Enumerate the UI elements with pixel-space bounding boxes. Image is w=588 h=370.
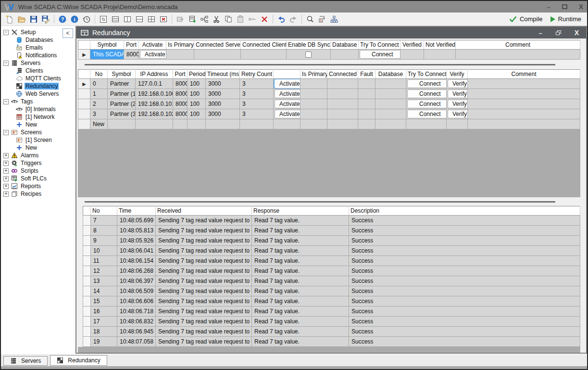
symbol-cell[interactable]: Partner xyxy=(108,79,136,89)
time-cell[interactable]: 10:48:05.699 xyxy=(117,216,156,226)
retry-count-cell[interactable]: 3 xyxy=(240,79,274,89)
new-row-cell[interactable]: New xyxy=(90,119,108,129)
verify-button[interactable]: Verify xyxy=(448,100,468,108)
sidebar-item-screen-1[interactable]: [1] Screen xyxy=(1,136,75,144)
runtime-button[interactable]: Runtime xyxy=(550,15,581,23)
retry-count-cell[interactable]: 3 xyxy=(240,109,274,119)
verify-button[interactable]: Verify xyxy=(448,79,468,88)
connect-button[interactable]: Connect xyxy=(407,110,447,118)
timeout-cell[interactable]: 3000 xyxy=(206,109,240,119)
connect-button[interactable]: Connect xyxy=(407,100,447,108)
expander-icon[interactable]: − xyxy=(3,130,9,135)
is-primary-cell[interactable] xyxy=(300,99,327,109)
connected-client-cell[interactable] xyxy=(241,50,287,60)
row-selector-cell[interactable] xyxy=(83,256,91,266)
activate-button[interactable]: Activate xyxy=(275,110,300,118)
open-folder-button[interactable] xyxy=(16,13,27,25)
connected-cell[interactable] xyxy=(327,79,358,89)
connected-cell[interactable] xyxy=(327,109,358,119)
no-cell[interactable]: 12 xyxy=(91,266,117,276)
timeout-cell[interactable]: 3000 xyxy=(206,89,240,99)
export-button[interactable] xyxy=(175,13,186,25)
port-cell[interactable]: 8000 xyxy=(173,109,188,119)
no-cell[interactable]: 8 xyxy=(91,226,117,236)
connect-button[interactable]: Connect xyxy=(407,89,447,98)
comment-cell[interactable] xyxy=(468,109,580,119)
response-cell[interactable]: Read 7 tag value. xyxy=(252,226,349,236)
time-cell[interactable]: 10:48:06.397 xyxy=(117,276,156,286)
ip-address-cell[interactable]: 192.168.0.102 xyxy=(136,109,173,119)
period-cell[interactable]: 100 xyxy=(188,79,206,89)
time-cell[interactable]: 10:48:07.058 xyxy=(117,337,156,347)
tab-servers[interactable]: Servers xyxy=(3,356,48,366)
expander-icon[interactable]: + xyxy=(3,176,9,181)
row-selector-cell[interactable] xyxy=(83,276,91,286)
row-selector-cell[interactable] xyxy=(83,317,91,327)
no-cell[interactable]: 14 xyxy=(91,286,117,296)
description-cell[interactable]: Success xyxy=(349,337,580,347)
response-cell[interactable]: Read 7 tag value. xyxy=(252,216,349,226)
is-primary-cell[interactable] xyxy=(300,109,327,119)
time-cell[interactable]: 10:48:06.154 xyxy=(117,256,156,266)
rename-symbol-button[interactable]: b xyxy=(316,13,328,25)
close-window-button[interactable] xyxy=(158,13,169,25)
close-button[interactable]: X xyxy=(579,3,583,11)
no-cell[interactable]: 11 xyxy=(91,256,117,266)
history-button[interactable] xyxy=(81,13,92,25)
activate-button[interactable]: Activate xyxy=(140,50,166,59)
symbol-cell[interactable]: Partner (1) xyxy=(108,89,136,99)
time-cell[interactable]: 10:48:06.945 xyxy=(117,327,156,337)
received-cell[interactable]: Sending 7 tag read value request to th..… xyxy=(156,246,252,256)
sidebar-item-internals[interactable]: <T>[0] Internals xyxy=(1,105,75,113)
save-button[interactable] xyxy=(28,13,39,25)
no-cell[interactable]: 13 xyxy=(91,276,117,286)
retry-count-cell[interactable]: 3 xyxy=(240,99,274,109)
response-cell[interactable]: Read 7 tag value. xyxy=(252,266,349,276)
expander-icon[interactable]: + xyxy=(3,161,9,166)
response-cell[interactable]: Read 7 tag value. xyxy=(252,256,349,266)
sidebar-item-mqtt-clients[interactable]: MQTT Clients xyxy=(1,75,75,82)
no-cell[interactable]: 3 xyxy=(90,109,108,119)
sidebar-item-soft-plcs[interactable]: +Soft PLCs xyxy=(1,175,75,182)
verified-cell[interactable] xyxy=(400,50,424,60)
is-primary-cell[interactable] xyxy=(166,50,194,60)
expander-icon[interactable]: − xyxy=(3,30,9,35)
no-cell[interactable]: 18 xyxy=(91,327,117,337)
sidebar-item-tags[interactable]: −<T>Tags xyxy=(1,98,75,105)
sidebar-item-web-servers[interactable]: Web Servers xyxy=(1,90,75,98)
no-cell[interactable]: 17 xyxy=(91,317,117,327)
port-cell[interactable]: 8000 xyxy=(173,99,188,109)
row-selector-cell[interactable] xyxy=(83,306,91,317)
response-cell[interactable]: Read 7 tag value. xyxy=(252,337,349,347)
no-cell[interactable]: 1 xyxy=(90,89,108,99)
panel-close-button[interactable]: X xyxy=(575,29,579,37)
description-cell[interactable]: Success xyxy=(349,246,580,256)
symbol-cell[interactable]: Partner (3) xyxy=(108,109,136,119)
no-cell[interactable]: 10 xyxy=(91,246,117,256)
no-cell[interactable]: 15 xyxy=(91,296,117,306)
response-cell[interactable]: Read 7 tag value. xyxy=(252,276,349,286)
is-primary-cell[interactable] xyxy=(300,89,327,99)
sidebar-item-reports[interactable]: +Reports xyxy=(1,182,75,190)
port-cell[interactable]: 8000 xyxy=(173,79,188,89)
no-cell[interactable]: 16 xyxy=(91,306,117,317)
time-cell[interactable]: 10:48:06.606 xyxy=(117,296,156,306)
sidebar-item-notifications[interactable]: Notifications xyxy=(1,51,75,59)
time-cell[interactable]: 10:48:06.268 xyxy=(117,266,156,276)
horizontal-splitter[interactable] xyxy=(85,201,555,203)
response-cell[interactable]: Read 7 tag value. xyxy=(252,286,349,296)
link-button[interactable] xyxy=(199,13,210,25)
sidebar-item-network[interactable]: [1] Network xyxy=(1,113,75,121)
sidebar-item-alarms[interactable]: +Alarms xyxy=(1,152,75,159)
description-cell[interactable]: Success xyxy=(349,256,580,266)
sidebar-item-new-screen[interactable]: New xyxy=(1,144,75,152)
split-rows-button[interactable] xyxy=(110,13,121,25)
expand-window-button[interactable] xyxy=(98,13,109,25)
sidebar-item-servers[interactable]: −Servers xyxy=(1,59,75,67)
sidebar-item-clients[interactable]: Clients xyxy=(1,67,75,75)
row-selector-cell[interactable] xyxy=(83,226,91,236)
received-cell[interactable]: Sending 7 tag read value request to th..… xyxy=(156,216,252,226)
expander-icon[interactable]: + xyxy=(3,184,9,189)
row-selector-cell[interactable] xyxy=(83,327,91,337)
add-item-button[interactable] xyxy=(187,13,198,25)
